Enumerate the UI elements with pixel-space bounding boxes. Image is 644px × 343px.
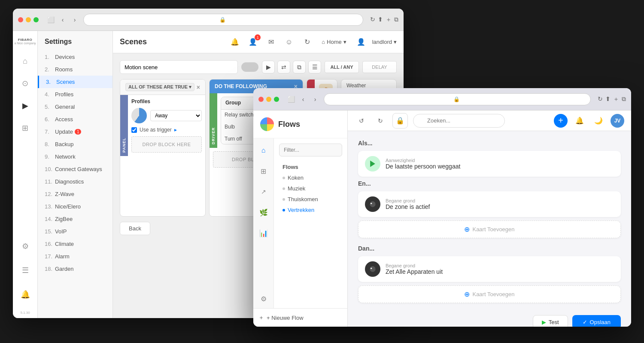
icon-search[interactable]: ⊙: [18, 76, 33, 91]
profile-select[interactable]: Away: [150, 110, 202, 121]
flows-add-button[interactable]: +: [554, 114, 568, 128]
back-button[interactable]: Back: [120, 222, 150, 235]
home-selector[interactable]: ⌂ Home ▾: [318, 37, 350, 47]
flows-filter-input[interactable]: [279, 144, 342, 156]
flows-icon-home[interactable]: ⌂: [257, 144, 270, 157]
nav-back-btn[interactable]: ‹: [58, 15, 68, 25]
sidebar-item-diagnostics[interactable]: 11. Diagnostics: [38, 175, 112, 188]
test-button[interactable]: ▶ Test: [533, 315, 568, 327]
drop-block-here-left[interactable]: DROP BLOCK HERE: [131, 136, 202, 153]
sidebar-item-zwave[interactable]: 12. Z-Wave: [38, 188, 112, 200]
add-card-btn-2[interactable]: ⊕ Kaart Toevoegen: [358, 285, 621, 303]
sidebar-item-update[interactable]: 7. Update 1: [38, 126, 112, 138]
flows-reload-btn[interactable]: ↻: [374, 114, 387, 128]
add-card-btn-1[interactable]: ⊕ Kaart Toevoegen: [358, 220, 621, 238]
icon-bell[interactable]: 🔔: [18, 287, 33, 302]
front-nav-forward-btn[interactable]: ›: [310, 94, 320, 104]
sidebar-item-general[interactable]: 5. General: [38, 101, 112, 113]
share-icon[interactable]: ⬆: [378, 16, 383, 24]
sidebar-item-scenes[interactable]: 3. Scenes: [38, 76, 112, 88]
front-reload-icon[interactable]: ↻: [598, 95, 603, 103]
reload-icon[interactable]: ↻: [370, 16, 375, 24]
sidebar-item-profiles[interactable]: 4. Profiles: [38, 88, 112, 101]
front-nav-back-btn[interactable]: ‹: [298, 94, 308, 104]
front-close-button[interactable]: [258, 97, 264, 102]
minimize-button[interactable]: [26, 17, 31, 22]
use-trigger-checkbox[interactable]: [131, 127, 137, 133]
nav-forward-btn[interactable]: ›: [70, 15, 80, 25]
nav-refresh-icon[interactable]: ↻: [300, 35, 314, 49]
nav-email-icon[interactable]: ✉: [264, 35, 278, 49]
front-tabs-icon[interactable]: ⧉: [622, 95, 626, 103]
add-card-2-plus: ⊕: [464, 290, 470, 298]
address-bar-back[interactable]: 🔒: [83, 14, 363, 26]
user-selector[interactable]: landlord ▾: [372, 39, 397, 45]
delay-box[interactable]: DELAY: [362, 61, 397, 73]
all-any-box[interactable]: ALL / ANY: [325, 61, 359, 73]
flows-main-wrapper: ↺ ↻ 🔒 🔍 + 🔔 🌙 JV Als...: [348, 110, 631, 327]
sidebar-item-niceelero[interactable]: 13. Nice/Elero: [38, 200, 112, 213]
sidebar-item-garden[interactable]: 18. Garden: [38, 263, 112, 275]
front-newpage-icon[interactable]: ＋: [613, 95, 619, 103]
flows-icon-grid[interactable]: ⊞: [257, 164, 270, 178]
scene-list-btn[interactable]: ☰: [308, 61, 321, 74]
flows-item-muziek[interactable]: Muziek: [279, 183, 342, 194]
flows-icon-gear[interactable]: ⚙: [261, 295, 267, 303]
front-share-icon[interactable]: ⬆: [605, 95, 611, 103]
flows-lock-icon[interactable]: 🔒: [392, 113, 408, 129]
scene-controls: ▶ ⇄ ⧉ ☰: [262, 61, 321, 74]
sidebar-item-network[interactable]: 9. Network: [38, 150, 112, 163]
close-button[interactable]: [18, 17, 23, 22]
icon-home[interactable]: ⌂: [18, 53, 33, 69]
sidebar-item-backup[interactable]: 8. Backup: [38, 138, 112, 150]
icon-play[interactable]: ▶: [18, 98, 33, 113]
flows-bottom[interactable]: ＋ + Nieuwe Flow: [253, 308, 347, 327]
flows-item-koken[interactable]: Koken: [279, 172, 342, 183]
front-minimize-button[interactable]: [266, 97, 271, 102]
sidebar-item-gateways[interactable]: 10. Connect Gateways: [38, 163, 112, 175]
icon-note[interactable]: ☰: [18, 263, 33, 278]
scene-toggle[interactable]: [241, 62, 258, 72]
left-panel-close[interactable]: ×: [197, 84, 200, 91]
icon-devices[interactable]: ⊞: [18, 120, 33, 136]
scene-arrows-btn[interactable]: ⇄: [277, 61, 290, 74]
flows-item-vertrekken[interactable]: Vertrekken: [279, 205, 342, 215]
newpage-icon[interactable]: ＋: [386, 16, 392, 24]
tabs-icon[interactable]: ⧉: [394, 16, 398, 24]
nav-notification-icon[interactable]: 👤 1: [246, 35, 260, 49]
sidebar-item-devices[interactable]: 1. Devices: [38, 51, 112, 63]
flows-moon-icon[interactable]: 🌙: [592, 114, 605, 128]
sidebar-item-zigbee[interactable]: 14. ZigBee: [38, 213, 112, 225]
flows-icon-flow[interactable]: ↗: [257, 185, 270, 199]
nav-window-btn[interactable]: ⬜: [46, 15, 56, 25]
flows-icon-leaf[interactable]: 🌿: [257, 205, 270, 219]
nav-bell-icon[interactable]: 🔔: [228, 35, 242, 49]
group-label: Group: [225, 100, 241, 107]
scene-name-input[interactable]: [120, 60, 238, 74]
all-true-tag[interactable]: ALL OF THESE ARE TRUE ▾: [125, 83, 194, 91]
flows-search-input[interactable]: [413, 114, 505, 128]
front-maximize-button[interactable]: [274, 97, 279, 102]
flows-bell-icon[interactable]: 🔔: [573, 114, 586, 128]
save-button[interactable]: ✓ Opslaan: [572, 315, 621, 327]
sidebar-item-voip[interactable]: 15. VoIP: [38, 225, 112, 238]
maximize-button[interactable]: [33, 17, 39, 22]
dan-card-icon: [365, 261, 380, 277]
flows-refresh-btn[interactable]: ↺: [355, 114, 368, 128]
address-bar-front[interactable]: 🔒: [324, 93, 591, 105]
scene-copy-btn[interactable]: ⧉: [293, 61, 306, 74]
flows-group-label[interactable]: Flows: [279, 162, 342, 172]
flows-avatar[interactable]: JV: [611, 114, 624, 128]
nav-emoji-icon[interactable]: ☺: [282, 35, 296, 49]
flows-icon-chart[interactable]: 📊: [257, 226, 270, 240]
nav-user-icon[interactable]: 👤: [354, 35, 368, 49]
sidebar-item-rooms[interactable]: 2. Rooms: [38, 63, 112, 76]
sidebar-item-access[interactable]: 6. Access: [38, 113, 112, 126]
scene-play-btn[interactable]: ▶: [262, 61, 275, 74]
sidebar-item-climate[interactable]: 16. Climate: [38, 238, 112, 250]
sidebar-item-alarm[interactable]: 17. Alarm: [38, 250, 112, 263]
front-nav-window-btn[interactable]: ⬜: [286, 94, 296, 104]
en-card: Begane grond De zone is actief: [358, 191, 621, 217]
icon-settings[interactable]: ⚙: [18, 239, 33, 254]
flows-item-thuiskomen[interactable]: Thuiskomen: [279, 194, 342, 205]
